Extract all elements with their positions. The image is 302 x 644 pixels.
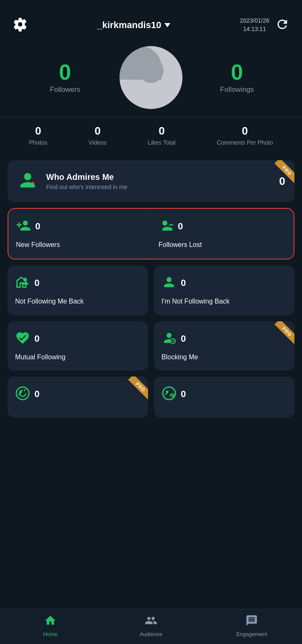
nav-engagement[interactable]: Engagement [201, 614, 302, 637]
card8[interactable]: 0 [154, 377, 294, 418]
svg-point-5 [163, 387, 175, 400]
new-followers-card[interactable]: 0 New Followers [8, 209, 151, 259]
followings-stat[interactable]: 0 Followings [185, 61, 289, 94]
username-display[interactable]: _kirkmandis10 [97, 20, 171, 31]
datetime-display: 2023/01/26 14:13:11 [240, 17, 269, 33]
person-add-icon [16, 218, 31, 235]
photos-stat[interactable]: 0 Photos [29, 125, 47, 146]
second-row-cards: 0 Not Following Me Back 0 I'm Not Follow… [8, 265, 294, 315]
likes-stat[interactable]: 0 Likes Total [148, 125, 175, 146]
card7[interactable]: 0 [8, 377, 148, 418]
not-following-back-card[interactable]: 0 Not Following Me Back [8, 265, 148, 315]
home-icon [44, 614, 57, 628]
blocking-me-card[interactable]: 0 Blocking Me [154, 321, 294, 371]
fourth-row-cards: 0 0 [8, 377, 294, 418]
comments-stat[interactable]: 0 Comments Per Photo [217, 125, 273, 146]
svg-point-0 [23, 278, 27, 281]
admires-icon [17, 169, 39, 193]
svg-point-8 [172, 395, 173, 396]
bottom-nav: Home Audience Engagement [0, 609, 302, 644]
heart-arrows-icon [15, 330, 30, 347]
header: _kirkmandis10 2023/01/26 14:13:11 [0, 0, 302, 42]
videos-stat[interactable]: 0 Videos [89, 125, 107, 146]
person-remove-icon [159, 218, 174, 235]
not-following-them-card[interactable]: 0 I'm Not Following Back [154, 265, 294, 315]
pro-badge-blocking [265, 321, 294, 351]
profile-section: 0 Followers 0 Followings [0, 42, 302, 117]
avatar-body [120, 46, 161, 80]
svg-point-4 [20, 391, 22, 393]
third-row-cards: 0 Mutual Following 0 Blocking Me [8, 321, 294, 371]
dropdown-icon [164, 23, 170, 27]
settings-icon[interactable] [13, 17, 28, 34]
cards-container: Who Admires Me Find out who's interested… [0, 156, 302, 428]
person-circle-arrow-icon [15, 386, 30, 402]
stats-row: 0 Photos 0 Videos 0 Likes Total 0 Commen… [0, 117, 302, 156]
followers-lost-card[interactable]: 0 Followers Lost [151, 209, 294, 259]
nav-audience[interactable]: Audience [101, 614, 201, 637]
person-block-icon [161, 330, 177, 347]
person-plain-icon [161, 275, 177, 291]
person-circle-eye-icon [161, 386, 177, 402]
followers-stat[interactable]: 0 Followers [13, 61, 117, 94]
highlighted-cards-group: 0 New Followers 0 Followers Lost [8, 208, 294, 260]
svg-point-6 [166, 391, 169, 393]
person-house-icon [15, 275, 30, 291]
pro-badge-card7 [119, 377, 148, 406]
avatar-container[interactable] [117, 46, 185, 109]
avatar [120, 46, 182, 109]
admires-card[interactable]: Who Admires Me Find out who's interested… [8, 160, 294, 202]
engagement-icon [245, 614, 258, 628]
pro-badge [265, 160, 294, 190]
refresh-icon[interactable] [275, 17, 289, 33]
audience-icon [145, 614, 157, 628]
mutual-following-card[interactable]: 0 Mutual Following [8, 321, 148, 371]
svg-point-3 [16, 387, 29, 400]
username-text: _kirkmandis10 [97, 20, 161, 31]
nav-home[interactable]: Home [0, 614, 101, 637]
